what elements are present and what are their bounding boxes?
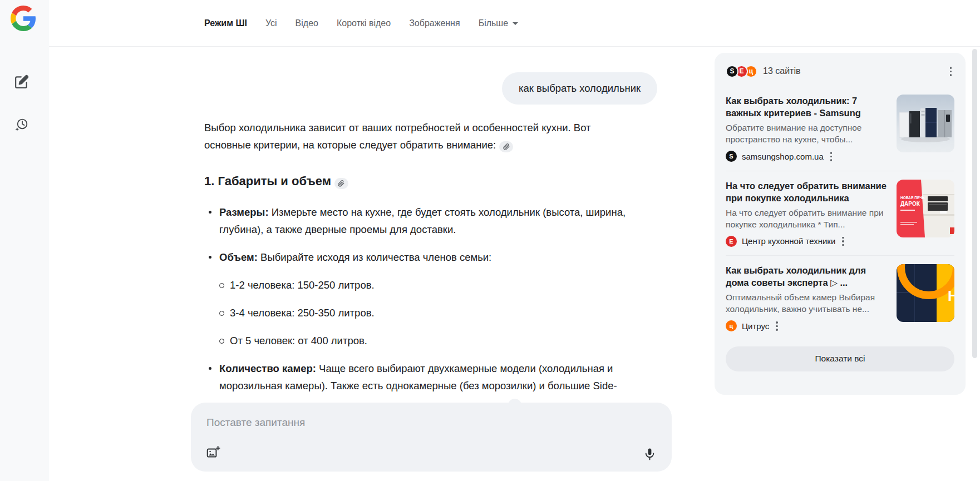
thumb-letter: Н <box>948 287 954 304</box>
source-row: E Центр кухонной техники <box>726 235 889 248</box>
volume-sublist: 1-2 человека: 150-250 литров. 3-4 челове… <box>219 276 639 349</box>
add-image-icon <box>206 445 220 460</box>
promo-text-line1: НОВАЯ ПЕЧЬ <box>900 196 925 200</box>
source-thumbnail-fridges[interactable] <box>897 95 954 152</box>
tab-more-label: Більше <box>479 18 508 28</box>
tab-all[interactable]: Усі <box>265 18 277 28</box>
ask-input[interactable] <box>191 403 672 472</box>
source-name: Цитрус <box>742 321 769 331</box>
promo-thumbnail-art: НОВАЯ ПЕЧЬ ДАРОК <box>897 180 954 237</box>
history-button[interactable] <box>13 117 30 133</box>
panel-menu-button[interactable] <box>948 65 954 78</box>
list-item: 3-4 человека: 250-350 литров. <box>219 304 639 321</box>
paperclip-icon <box>338 180 344 187</box>
source-menu-button[interactable] <box>774 320 780 333</box>
source-favicon: ц <box>726 320 737 331</box>
source-card-text: На что следует обратить внимание при пок… <box>726 180 897 248</box>
user-query-bubble: как выбрать холодильник <box>502 72 657 105</box>
list-item: 1-2 человека: 150-250 литров. <box>219 276 639 294</box>
source-thumbnail-promo[interactable]: НОВАЯ ПЕЧЬ ДАРОК <box>897 180 954 237</box>
google-logo[interactable] <box>11 6 36 31</box>
source-card-text: Как выбрать холодильник: 7 важных критер… <box>726 95 897 163</box>
source-card[interactable]: На что следует обратить внимание при пок… <box>726 171 954 256</box>
source-title: Как выбрать холодильник: 7 важных критер… <box>726 95 889 119</box>
favicon-stack: S E ц <box>726 65 757 78</box>
mic-icon <box>643 447 657 461</box>
source-card[interactable]: Как выбрать холодильник: 7 важных критер… <box>726 86 954 171</box>
section-heading: 1. Габариты и объем <box>204 173 639 189</box>
bullet-text: Выбирайте исходя из количества членов се… <box>260 251 491 263</box>
compose-icon <box>14 75 29 89</box>
chevron-down-icon <box>513 22 518 25</box>
bullet-label: Объем: <box>219 251 258 263</box>
list-item: Количество камер: Чаще всего выбирают дв… <box>204 360 639 394</box>
source-menu-button[interactable] <box>829 150 834 163</box>
top-nav: Режим ШІ Усі Відео Короткі відео Зображе… <box>49 0 980 47</box>
list-item: От 5 человек: от 400 литров. <box>219 332 639 349</box>
ai-answer: Выбор холодильника зависит от ваших потр… <box>204 119 639 405</box>
bullet-label: Размеры: <box>219 206 269 218</box>
sources-panel: S E ц 13 сайтів Как выбрать холодильник:… <box>715 53 966 395</box>
source-title: На что следует обратить внимание при пок… <box>726 180 889 204</box>
history-icon <box>14 118 29 133</box>
tab-videos[interactable]: Відео <box>296 18 318 28</box>
google-g-icon <box>11 6 36 31</box>
source-favicon: S <box>726 151 737 162</box>
fridges-thumbnail-art <box>897 95 954 152</box>
add-image-button[interactable] <box>205 445 221 460</box>
tab-more[interactable]: Більше <box>479 18 518 28</box>
ai-mode-page: Режим ШІ Усі Відео Короткі відео Зображе… <box>0 0 980 481</box>
source-title: Как выбрать холодильник для дома советы … <box>726 264 889 289</box>
left-rail <box>0 0 49 481</box>
favicon-samsung: S <box>726 65 738 78</box>
sources-header: S E ц 13 сайтів <box>726 53 954 86</box>
citrus-thumbnail-art: Н <box>897 264 954 322</box>
user-query-text: как выбрать холодильник <box>519 82 641 95</box>
source-thumbnail-citrus[interactable]: Н <box>897 264 954 322</box>
sites-count: 13 сайтів <box>763 66 800 76</box>
list-item: Размеры: Измерьте место на кухне, где бу… <box>204 204 639 238</box>
tab-images[interactable]: Зображення <box>409 18 460 28</box>
source-menu-button[interactable] <box>840 235 846 248</box>
search-tabs: Режим ШІ Усі Відео Короткі відео Зображе… <box>204 0 518 47</box>
criteria-list: Размеры: Измерьте место на кухне, где бу… <box>204 204 639 394</box>
source-favicon: E <box>726 236 737 247</box>
ask-box <box>191 403 672 472</box>
promo-text-line2: ДАРОК <box>900 201 920 207</box>
citation-chip[interactable] <box>499 141 513 152</box>
show-all-button[interactable]: Показати всі <box>726 346 954 371</box>
source-snippet: Обратите внимание на доступное пространс… <box>726 122 889 145</box>
source-name: samsungshop.com.ua <box>742 152 824 161</box>
mic-button[interactable] <box>642 446 657 462</box>
answer-intro: Выбор холодильника зависит от ваших потр… <box>204 119 639 153</box>
source-name: Центр кухонной техники <box>742 236 835 246</box>
source-card-text: Как выбрать холодильник для дома советы … <box>726 264 897 333</box>
citation-chip[interactable] <box>334 178 348 189</box>
answer-intro-text: Выбор холодильника зависит от ваших потр… <box>204 122 591 151</box>
source-row: ц Цитрус <box>726 320 889 333</box>
scrollbar-thumb[interactable] <box>972 49 977 358</box>
bullet-label: Количество камер: <box>219 363 316 374</box>
source-snippet: На что следует обратить внимание при пок… <box>726 207 889 230</box>
new-chat-button[interactable] <box>13 73 30 90</box>
tab-short-videos[interactable]: Короткі відео <box>337 18 391 28</box>
source-card[interactable]: Как выбрать холодильник для дома советы … <box>726 256 954 340</box>
source-row: S samsungshop.com.ua <box>726 150 889 163</box>
bullet-text: Измерьте место на кухне, где будет стоят… <box>219 206 626 235</box>
tab-ai-mode[interactable]: Режим ШІ <box>204 18 247 28</box>
paperclip-icon <box>503 143 510 150</box>
source-snippet: Оптимальный объем камер Выбирая холодиль… <box>726 291 889 315</box>
list-item: Объем: Выбирайте исходя из количества чл… <box>204 249 639 349</box>
section-heading-text: 1. Габариты и объем <box>204 174 331 188</box>
